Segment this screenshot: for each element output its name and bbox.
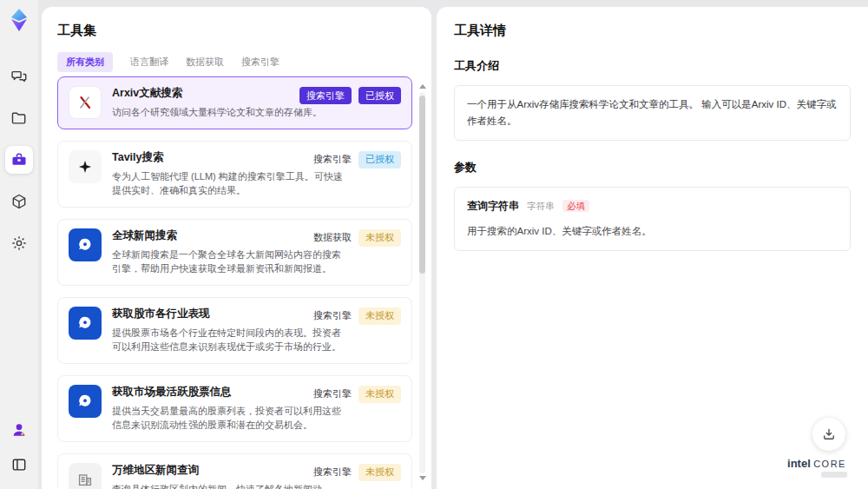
building-icon <box>69 463 102 489</box>
tool-title: 获取股市各行业表现 <box>112 307 345 321</box>
tool-desc: 提供股票市场各个行业在特定时间段内的表现。投资者可以利用这些信息来识别表现优于或… <box>112 326 345 354</box>
settings-icon[interactable] <box>5 229 33 257</box>
param-name: 查询字符串 <box>467 200 519 212</box>
category-label: 搜索引擎 <box>313 309 352 322</box>
tool-card-tavily[interactable]: Tavily搜索 专为人工智能代理 (LLM) 构建的搜索引擎工具。可快速提供实… <box>57 141 412 208</box>
tool-card-sector-performance[interactable]: 获取股市各行业表现 提供股票市场各个行业在特定时间段内的表现。投资者可以利用这些… <box>57 297 412 364</box>
intel-sub-badge <box>821 472 847 478</box>
tab-language-translation[interactable]: 语言翻译 <box>130 56 168 69</box>
auth-badge: 未授权 <box>358 464 401 481</box>
tools-panel: 工具集 所有类别 语言翻译 数据获取 搜索引擎 Arxiv文献搜索 访问各个研究… <box>42 7 431 489</box>
rail-nav <box>5 63 33 257</box>
tool-desc: 专为人工智能代理 (LLM) 构建的搜索引擎工具。可快速提供实时、准确和真实的结… <box>112 169 345 198</box>
scroll-up-arrow[interactable] <box>418 83 426 90</box>
rail-bottom <box>5 416 33 479</box>
details-title: 工具详情 <box>454 23 851 39</box>
collapse-panel-icon[interactable] <box>5 451 33 479</box>
tool-list: Arxiv文献搜索 访问各个研究领域大量科学论文和文章的存储库。 搜索引擎 已授… <box>57 76 426 489</box>
auth-badge: 已授权 <box>358 151 401 169</box>
download-button[interactable] <box>812 418 845 451</box>
category-label: 搜索引擎 <box>313 153 352 166</box>
category-badge: 搜索引擎 <box>299 87 352 104</box>
tool-title: 万维地区新闻查询 <box>112 463 322 478</box>
intro-heading: 工具介绍 <box>454 58 851 74</box>
auth-badge: 未授权 <box>358 229 401 247</box>
list-scrollbar[interactable] <box>418 83 426 482</box>
tool-card-active-stocks[interactable]: 获取市场最活跃股票信息 提供当天交易量最高的股票列表，投资者可以利用这些信息来识… <box>57 375 412 442</box>
tool-title: 获取市场最活跃股票信息 <box>112 385 345 400</box>
tab-search-engine[interactable]: 搜索引擎 <box>241 56 279 69</box>
tool-title: Tavily搜索 <box>112 150 345 165</box>
auth-badge: 未授权 <box>358 386 401 403</box>
tool-desc: 提供当天交易量最高的股票列表，投资者可以利用这些信息来识别流动性强的股票和潜在的… <box>112 404 345 433</box>
param-box: 查询字符串 字符串 必填 用于搜索的Arxiv ID、关键字或作者姓名。 <box>454 187 851 251</box>
param-desc: 用于搜索的Arxiv ID、关键字或作者姓名。 <box>467 223 838 240</box>
package-icon[interactable] <box>5 188 33 215</box>
tool-desc: 全球新闻搜索是一个聚合全球各大新闻网站内容的搜索引擎，帮助用户快速获取全球最新资… <box>112 248 345 276</box>
chat-icon[interactable] <box>5 63 33 90</box>
folder-icon[interactable] <box>5 104 33 132</box>
sidebar-rail <box>0 0 38 489</box>
profile-icon[interactable] <box>5 416 33 444</box>
tool-desc: 查询具体行政区划内的新闻，快速了解各地新闻动 <box>112 482 322 489</box>
toolbox-icon[interactable] <box>5 146 33 174</box>
tab-data-fetch[interactable]: 数据获取 <box>186 56 224 69</box>
download-icon <box>821 426 837 442</box>
params-heading: 参数 <box>454 160 851 175</box>
intel-wordmark: intel <box>787 457 811 470</box>
intro-box: 一个用于从Arxiv存储库搜索科学论文和文章的工具。 输入可以是Arxiv ID… <box>454 85 851 141</box>
scrollbar-thumb[interactable] <box>419 96 425 274</box>
category-tabs: 所有类别 语言翻译 数据获取 搜索引擎 <box>57 52 416 72</box>
tool-card-regional-news[interactable]: 万维地区新闻查询 查询具体行政区划内的新闻，快速了解各地新闻动 搜索引擎 未授权 <box>57 453 412 489</box>
news-bubble-icon <box>69 385 102 418</box>
arxiv-icon <box>69 86 102 119</box>
tool-desc: 访问各个研究领域大量科学论文和文章的存储库。 <box>112 105 322 120</box>
scroll-down-arrow[interactable] <box>418 475 426 482</box>
tool-card-arxiv[interactable]: Arxiv文献搜索 访问各个研究领域大量科学论文和文章的存储库。 搜索引擎 已授… <box>57 76 412 129</box>
news-bubble-icon <box>69 228 102 261</box>
tool-card-global-news[interactable]: 全球新闻搜索 全球新闻搜索是一个聚合全球各大新闻网站内容的搜索引擎，帮助用户快速… <box>57 219 412 286</box>
core-wordmark: CORE <box>813 459 846 469</box>
app-logo <box>6 7 32 33</box>
tool-title: Arxiv文献搜索 <box>112 86 322 101</box>
tavily-star-icon <box>69 150 102 183</box>
category-label: 数据获取 <box>313 231 352 244</box>
auth-badge: 未授权 <box>358 307 401 325</box>
page-title: 工具集 <box>57 23 416 39</box>
news-bubble-icon <box>69 307 102 340</box>
category-label: 搜索引擎 <box>313 466 352 479</box>
intel-core-logo: intel CORE <box>785 457 849 478</box>
category-label: 搜索引擎 <box>313 387 352 400</box>
param-required-badge: 必填 <box>562 200 589 212</box>
tool-title: 全球新闻搜索 <box>112 228 345 243</box>
tab-all-categories[interactable]: 所有类别 <box>57 52 113 72</box>
auth-badge: 已授权 <box>358 87 401 104</box>
tool-details-panel: 工具详情 工具介绍 一个用于从Arxiv存储库搜索科学论文和文章的工具。 输入可… <box>437 7 868 489</box>
param-type: 字符串 <box>527 201 555 211</box>
